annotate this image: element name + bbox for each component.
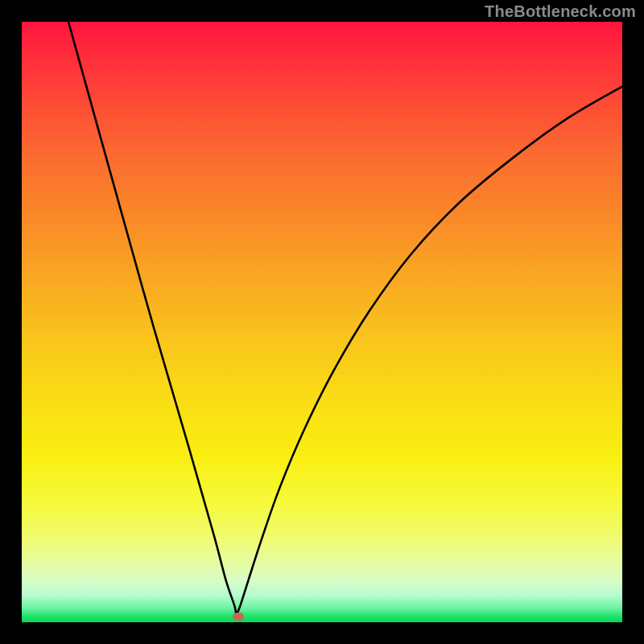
watermark-text: TheBottleneck.com [485,2,636,21]
plot-area [22,22,622,622]
gradient-background [22,22,622,622]
optimal-point-marker [233,613,244,621]
black-frame: TheBottleneck.com [0,0,644,644]
